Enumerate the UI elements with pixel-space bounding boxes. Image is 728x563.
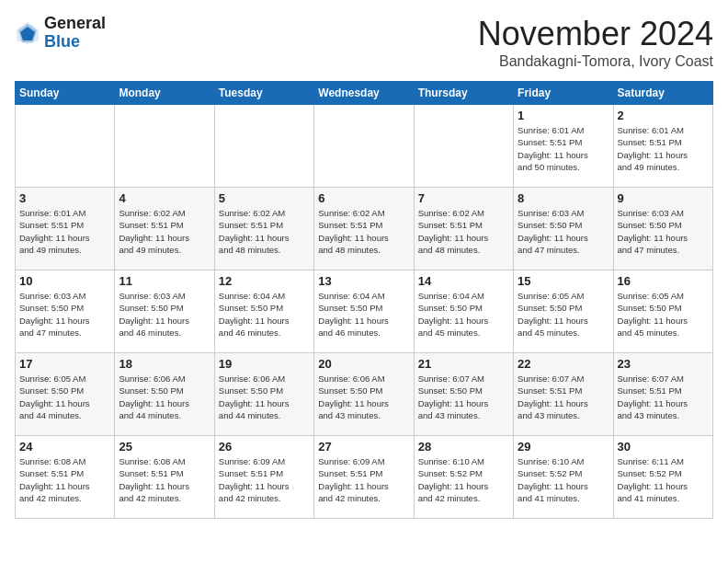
calendar-cell: 18Sunrise: 6:06 AM Sunset: 5:50 PM Dayli… <box>115 353 214 436</box>
day-number: 3 <box>19 191 110 205</box>
day-info: Sunrise: 6:11 AM Sunset: 5:52 PM Dayligh… <box>618 455 709 504</box>
calendar-week-row: 17Sunrise: 6:05 AM Sunset: 5:50 PM Dayli… <box>16 353 713 436</box>
logo: General Blue <box>15 15 106 52</box>
day-number: 22 <box>518 357 609 371</box>
calendar-cell: 1Sunrise: 6:01 AM Sunset: 5:51 PM Daylig… <box>514 105 613 188</box>
day-info: Sunrise: 6:02 AM Sunset: 5:51 PM Dayligh… <box>119 207 210 256</box>
calendar-cell: 30Sunrise: 6:11 AM Sunset: 5:52 PM Dayli… <box>613 436 712 519</box>
calendar-cell: 3Sunrise: 6:01 AM Sunset: 5:51 PM Daylig… <box>16 188 115 270</box>
day-number: 7 <box>418 191 509 205</box>
weekday-header: Friday <box>514 82 613 105</box>
calendar-cell: 26Sunrise: 6:09 AM Sunset: 5:51 PM Dayli… <box>214 436 313 519</box>
day-number: 9 <box>618 191 709 205</box>
day-number: 2 <box>618 109 709 122</box>
calendar-cell: 11Sunrise: 6:03 AM Sunset: 5:50 PM Dayli… <box>115 270 214 353</box>
weekday-header: Tuesday <box>214 82 313 105</box>
calendar-cell: 19Sunrise: 6:06 AM Sunset: 5:50 PM Dayli… <box>214 353 313 436</box>
page-header: General Blue November 2024 Bandakagni-To… <box>15 15 713 70</box>
day-info: Sunrise: 6:10 AM Sunset: 5:52 PM Dayligh… <box>418 455 509 504</box>
calendar-cell: 20Sunrise: 6:06 AM Sunset: 5:50 PM Dayli… <box>314 353 414 436</box>
day-info: Sunrise: 6:07 AM Sunset: 5:51 PM Dayligh… <box>618 373 709 421</box>
day-info: Sunrise: 6:06 AM Sunset: 5:50 PM Dayligh… <box>219 373 310 421</box>
day-number: 26 <box>219 440 310 454</box>
day-info: Sunrise: 6:02 AM Sunset: 5:51 PM Dayligh… <box>418 207 509 256</box>
day-info: Sunrise: 6:03 AM Sunset: 5:50 PM Dayligh… <box>119 290 210 339</box>
day-number: 8 <box>518 191 609 205</box>
day-number: 17 <box>19 357 110 371</box>
day-info: Sunrise: 6:04 AM Sunset: 5:50 PM Dayligh… <box>418 290 509 339</box>
weekday-header: Wednesday <box>314 82 414 105</box>
day-info: Sunrise: 6:09 AM Sunset: 5:51 PM Dayligh… <box>219 455 310 504</box>
day-number: 23 <box>618 357 709 371</box>
day-info: Sunrise: 6:02 AM Sunset: 5:51 PM Dayligh… <box>318 207 409 256</box>
day-number: 13 <box>318 274 409 288</box>
day-number: 16 <box>618 274 709 288</box>
day-number: 24 <box>19 440 110 454</box>
day-number: 29 <box>518 440 609 454</box>
day-info: Sunrise: 6:08 AM Sunset: 5:51 PM Dayligh… <box>19 455 110 504</box>
day-info: Sunrise: 6:03 AM Sunset: 5:50 PM Dayligh… <box>518 207 609 256</box>
day-info: Sunrise: 6:04 AM Sunset: 5:50 PM Dayligh… <box>219 290 310 339</box>
calendar-week-row: 3Sunrise: 6:01 AM Sunset: 5:51 PM Daylig… <box>16 188 713 270</box>
month-title: November 2024 <box>478 15 713 53</box>
day-number: 4 <box>119 191 210 205</box>
day-number: 1 <box>518 109 609 122</box>
calendar-header: SundayMondayTuesdayWednesdayThursdayFrid… <box>16 82 713 105</box>
day-number: 12 <box>219 274 310 288</box>
calendar-cell: 8Sunrise: 6:03 AM Sunset: 5:50 PM Daylig… <box>514 188 613 270</box>
day-number: 14 <box>418 274 509 288</box>
calendar-cell: 7Sunrise: 6:02 AM Sunset: 5:51 PM Daylig… <box>414 188 513 270</box>
day-number: 19 <box>219 357 310 371</box>
weekday-header: Sunday <box>16 82 115 105</box>
day-number: 5 <box>219 191 310 205</box>
calendar-cell: 21Sunrise: 6:07 AM Sunset: 5:50 PM Dayli… <box>414 353 513 436</box>
calendar-cell <box>16 105 115 188</box>
day-info: Sunrise: 6:01 AM Sunset: 5:51 PM Dayligh… <box>518 124 609 173</box>
calendar-week-row: 24Sunrise: 6:08 AM Sunset: 5:51 PM Dayli… <box>16 436 713 519</box>
day-info: Sunrise: 6:07 AM Sunset: 5:50 PM Dayligh… <box>418 373 509 421</box>
weekday-header: Monday <box>115 82 214 105</box>
day-info: Sunrise: 6:05 AM Sunset: 5:50 PM Dayligh… <box>19 373 110 421</box>
calendar-cell: 25Sunrise: 6:08 AM Sunset: 5:51 PM Dayli… <box>115 436 214 519</box>
title-block: November 2024 Bandakagni-Tomora, Ivory C… <box>478 15 713 70</box>
calendar-cell: 17Sunrise: 6:05 AM Sunset: 5:50 PM Dayli… <box>16 353 115 436</box>
calendar-cell: 15Sunrise: 6:05 AM Sunset: 5:50 PM Dayli… <box>514 270 613 353</box>
calendar-cell <box>314 105 414 188</box>
day-info: Sunrise: 6:04 AM Sunset: 5:50 PM Dayligh… <box>318 290 409 339</box>
day-info: Sunrise: 6:07 AM Sunset: 5:51 PM Dayligh… <box>518 373 609 421</box>
calendar-table: SundayMondayTuesdayWednesdayThursdayFrid… <box>15 81 713 519</box>
day-info: Sunrise: 6:05 AM Sunset: 5:50 PM Dayligh… <box>518 290 609 339</box>
day-info: Sunrise: 6:02 AM Sunset: 5:51 PM Dayligh… <box>219 207 310 256</box>
day-info: Sunrise: 6:03 AM Sunset: 5:50 PM Dayligh… <box>618 207 709 256</box>
day-info: Sunrise: 6:06 AM Sunset: 5:50 PM Dayligh… <box>119 373 210 421</box>
calendar-cell <box>414 105 513 188</box>
calendar-cell: 22Sunrise: 6:07 AM Sunset: 5:51 PM Dayli… <box>514 353 613 436</box>
calendar-cell <box>214 105 313 188</box>
day-number: 25 <box>119 440 210 454</box>
calendar-cell: 6Sunrise: 6:02 AM Sunset: 5:51 PM Daylig… <box>314 188 414 270</box>
day-number: 11 <box>119 274 210 288</box>
day-number: 10 <box>19 274 110 288</box>
calendar-body: 1Sunrise: 6:01 AM Sunset: 5:51 PM Daylig… <box>16 105 713 519</box>
calendar-cell: 23Sunrise: 6:07 AM Sunset: 5:51 PM Dayli… <box>613 353 712 436</box>
day-info: Sunrise: 6:01 AM Sunset: 5:51 PM Dayligh… <box>618 124 709 173</box>
calendar-cell: 24Sunrise: 6:08 AM Sunset: 5:51 PM Dayli… <box>16 436 115 519</box>
day-info: Sunrise: 6:06 AM Sunset: 5:50 PM Dayligh… <box>318 373 409 421</box>
day-number: 18 <box>119 357 210 371</box>
day-number: 20 <box>318 357 409 371</box>
calendar-cell: 28Sunrise: 6:10 AM Sunset: 5:52 PM Dayli… <box>414 436 513 519</box>
location-subtitle: Bandakagni-Tomora, Ivory Coast <box>478 53 713 70</box>
calendar-cell: 12Sunrise: 6:04 AM Sunset: 5:50 PM Dayli… <box>214 270 313 353</box>
calendar-cell: 13Sunrise: 6:04 AM Sunset: 5:50 PM Dayli… <box>314 270 414 353</box>
calendar-cell: 27Sunrise: 6:09 AM Sunset: 5:51 PM Dayli… <box>314 436 414 519</box>
day-number: 15 <box>518 274 609 288</box>
day-number: 6 <box>318 191 409 205</box>
calendar-cell: 10Sunrise: 6:03 AM Sunset: 5:50 PM Dayli… <box>16 270 115 353</box>
calendar-cell <box>115 105 214 188</box>
calendar-cell: 9Sunrise: 6:03 AM Sunset: 5:50 PM Daylig… <box>613 188 712 270</box>
calendar-cell: 2Sunrise: 6:01 AM Sunset: 5:51 PM Daylig… <box>613 105 712 188</box>
day-info: Sunrise: 6:03 AM Sunset: 5:50 PM Dayligh… <box>19 290 110 339</box>
day-info: Sunrise: 6:05 AM Sunset: 5:50 PM Dayligh… <box>618 290 709 339</box>
day-number: 21 <box>418 357 509 371</box>
weekday-row: SundayMondayTuesdayWednesdayThursdayFrid… <box>16 82 713 105</box>
